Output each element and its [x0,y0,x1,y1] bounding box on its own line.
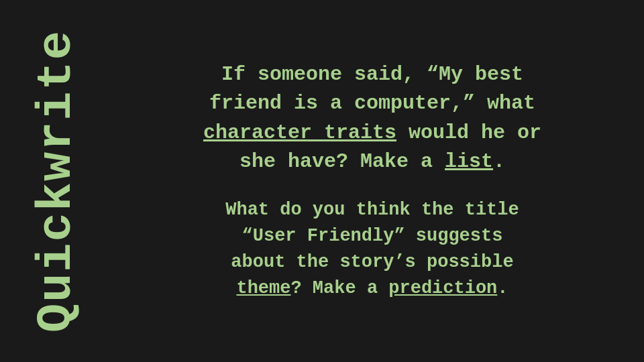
p2-line3: about the story’s possible [231,252,513,272]
sidebar: Quickwrite [0,0,114,362]
paragraph-2: What do you think the title “User Friend… [127,197,617,302]
p1-list: list [445,150,493,173]
p2-prediction: prediction [388,278,497,298]
main-content: If someone said, “My best friend is a co… [114,0,644,362]
p2-theme: theme [236,278,290,298]
paragraph-1: If someone said, “My best friend is a co… [127,60,617,177]
p2-end: . [497,278,508,298]
p1-line2: friend is a computer,” what [209,92,535,115]
p1-line4-before: she have? Make a [239,150,445,173]
sidebar-title: Quickwrite [33,29,81,333]
p1-line3-after: would he or [396,121,541,144]
p1-character-traits: character traits [203,121,396,144]
p2-line1: What do you think the title [225,200,519,220]
p1-line4-after: . [493,150,505,173]
p2-line4-after: ? Make a [290,278,388,298]
p2-line2: “User Friendly” suggests [242,226,503,246]
p1-line1: If someone said, “My best [221,63,523,86]
